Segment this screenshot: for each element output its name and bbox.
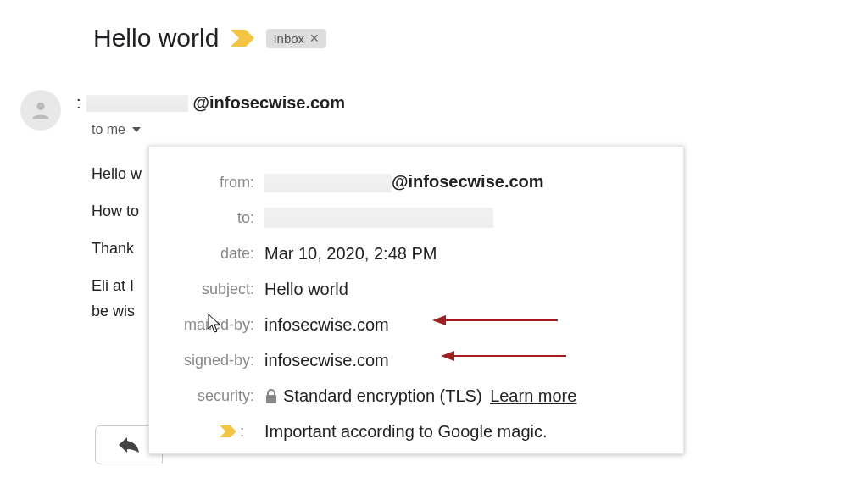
detail-signed-by-row: signed-by: infosecwise.com (164, 345, 663, 375)
redacted-to-address (264, 208, 493, 228)
detail-date-value: Mar 10, 2020, 2:48 PM (264, 244, 437, 264)
subject-line: Hello world Inbox ✕ (93, 24, 326, 53)
sender-domain: @infosecwise.com (193, 93, 346, 113)
detail-from-row: from: @infosecwise.com (164, 167, 663, 197)
detail-security-label: security: (164, 387, 264, 405)
detail-from-label: from: (164, 174, 264, 192)
learn-more-link[interactable]: Learn more (490, 386, 576, 405)
inbox-label-text: Inbox (273, 31, 304, 46)
svg-point-1 (36, 103, 44, 110)
detail-important-value: Important according to Google magic. (264, 422, 548, 442)
detail-from-value: @infosecwise.com (264, 172, 544, 192)
chevron-down-icon (132, 127, 141, 132)
detail-security-value: Standard encryption (TLS) Learn more (264, 386, 576, 406)
detail-subject-row: subject: Hello world (164, 274, 663, 304)
detail-subject-value: Hello world (264, 280, 348, 299)
detail-date-label: date: (164, 245, 264, 263)
svg-marker-3 (220, 425, 236, 437)
svg-rect-2 (266, 395, 276, 403)
recipient-summary[interactable]: to me (92, 122, 141, 137)
detail-to-value (264, 208, 493, 229)
message-details-popover: from: @infosecwise.com to: date: Mar 10,… (148, 146, 684, 454)
detail-important-row: : Important according to Google magic. (164, 416, 663, 447)
important-marker-icon[interactable] (231, 30, 254, 47)
detail-mailed-by-value: infosecwise.com (264, 315, 389, 335)
inbox-label-chip[interactable]: Inbox ✕ (266, 29, 326, 48)
avatar[interactable] (20, 90, 61, 131)
detail-security-row: security: Standard encryption (TLS) Lear… (164, 381, 663, 411)
subject-text: Hello world (93, 24, 219, 53)
detail-mailed-by-row: mailed-by: infosecwise.com (164, 309, 663, 340)
svg-marker-0 (231, 30, 254, 47)
lock-icon (264, 389, 278, 404)
detail-to-row: to: (164, 203, 663, 233)
reply-icon (119, 437, 139, 453)
detail-mailed-by-label: mailed-by: (164, 316, 264, 334)
redacted-sender-name (86, 95, 188, 112)
detail-subject-label: subject: (164, 281, 264, 298)
close-icon[interactable]: ✕ (309, 31, 320, 45)
detail-signed-by-value: infosecwise.com (264, 351, 389, 370)
detail-signed-by-label: signed-by: (164, 352, 264, 369)
to-me-text: to me (92, 122, 125, 137)
redacted-from-name (264, 174, 392, 192)
detail-date-row: date: Mar 10, 2020, 2:48 PM (164, 238, 663, 269)
important-marker-small-icon: : (164, 423, 254, 441)
sender-line: : @infosecwise.com (76, 93, 345, 113)
detail-to-label: to: (164, 209, 264, 227)
